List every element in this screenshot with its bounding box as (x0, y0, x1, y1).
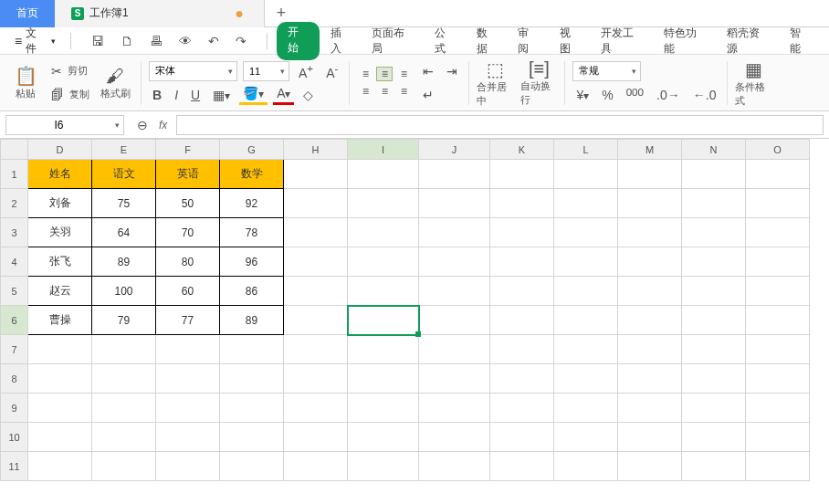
cell[interactable]: 刘备 (28, 189, 92, 218)
cell[interactable] (490, 306, 554, 335)
fx-icon[interactable]: fx (159, 119, 167, 131)
workbook-tab[interactable]: S 工作簿1 ● (55, 0, 265, 27)
cell[interactable]: 77 (156, 306, 220, 335)
cell[interactable] (419, 335, 490, 364)
cell[interactable] (490, 452, 554, 481)
cell[interactable]: 89 (92, 247, 156, 277)
cell[interactable] (618, 189, 682, 218)
auto-wrap-button[interactable]: [≡] 自动换行 (520, 59, 557, 107)
cell[interactable] (682, 364, 746, 394)
cell[interactable] (682, 218, 746, 247)
ribbon-tab-9[interactable]: 稻壳资源 (718, 22, 779, 60)
cell[interactable] (490, 277, 554, 306)
cell[interactable] (419, 423, 490, 452)
cell[interactable] (156, 364, 220, 394)
home-tab[interactable]: 首页 (0, 0, 55, 27)
row-header[interactable]: 3 (1, 218, 28, 247)
cell[interactable] (28, 335, 92, 364)
comma-button[interactable]: 000 (623, 84, 647, 106)
redo-icon[interactable]: ↷ (232, 32, 250, 50)
cell[interactable] (554, 218, 618, 247)
cell[interactable] (682, 452, 746, 481)
cell[interactable] (554, 189, 618, 218)
percent-button[interactable]: % (598, 86, 616, 104)
cell[interactable] (419, 189, 490, 218)
cell[interactable] (618, 160, 682, 189)
cell[interactable] (490, 160, 554, 189)
conditional-format-button[interactable]: ▦ 条件格式 (735, 59, 771, 107)
cell[interactable] (746, 218, 810, 247)
ribbon-tab-4[interactable]: 数据 (467, 22, 507, 60)
cell[interactable] (348, 423, 419, 452)
underline-button[interactable]: U (187, 86, 204, 104)
row-header[interactable]: 6 (1, 306, 28, 335)
name-box[interactable]: ▾ (5, 115, 124, 135)
font-name-combo[interactable]: ▾ (149, 61, 237, 81)
cell[interactable]: 78 (220, 218, 284, 247)
column-header[interactable]: J (419, 140, 490, 160)
row-header[interactable]: 10 (1, 423, 28, 452)
formula-input[interactable] (176, 115, 824, 135)
cell[interactable] (28, 394, 92, 423)
cell[interactable] (682, 423, 746, 452)
cell[interactable]: 张飞 (28, 247, 92, 277)
ribbon-tab-1[interactable]: 插入 (321, 22, 361, 60)
cell[interactable] (490, 394, 554, 423)
chevron-down-icon[interactable]: ▾ (225, 67, 236, 76)
column-header[interactable]: N (682, 140, 746, 160)
cell[interactable] (419, 160, 490, 189)
merge-center-button[interactable]: ⬚ 合并居中 (477, 59, 513, 107)
cell[interactable] (284, 218, 348, 247)
cell[interactable] (419, 364, 490, 394)
cell[interactable] (746, 364, 810, 394)
cell[interactable] (746, 277, 810, 306)
cell[interactable] (284, 423, 348, 452)
cell[interactable]: 64 (92, 218, 156, 247)
cell[interactable]: 赵云 (28, 277, 92, 306)
undo-icon[interactable]: ↶ (205, 32, 223, 50)
cell[interactable] (284, 247, 348, 277)
cell[interactable] (490, 189, 554, 218)
cell[interactable] (348, 394, 419, 423)
cell[interactable] (618, 335, 682, 364)
cell[interactable] (92, 423, 156, 452)
cell[interactable]: 关羽 (28, 218, 92, 247)
row-header[interactable]: 1 (1, 160, 28, 189)
cell[interactable] (682, 335, 746, 364)
italic-button[interactable]: I (171, 86, 182, 104)
column-header[interactable]: G (220, 140, 284, 160)
cell[interactable] (348, 160, 419, 189)
currency-button[interactable]: ¥▾ (572, 86, 593, 104)
column-header[interactable]: M (618, 140, 682, 160)
column-header[interactable]: E (92, 140, 156, 160)
cell[interactable]: 70 (156, 218, 220, 247)
row-header[interactable]: 7 (1, 335, 28, 364)
cell[interactable] (490, 423, 554, 452)
print-icon[interactable]: 🖶 (146, 32, 166, 50)
file-menu-button[interactable]: ≡ 文件 ▾ (9, 26, 61, 57)
row-header[interactable]: 2 (1, 189, 28, 218)
cell[interactable]: 80 (156, 247, 220, 277)
cell[interactable] (28, 452, 92, 481)
cell[interactable] (682, 394, 746, 423)
ribbon-tab-10[interactable]: 智能 (781, 22, 820, 60)
cell[interactable] (92, 452, 156, 481)
number-format-input[interactable] (573, 66, 628, 77)
cell[interactable] (490, 218, 554, 247)
cell[interactable]: 89 (220, 306, 284, 335)
cell[interactable] (746, 189, 810, 218)
font-color-button[interactable]: A▾ (273, 84, 294, 105)
ribbon-tab-5[interactable]: 审阅 (509, 22, 548, 60)
border-button[interactable]: ▦▾ (209, 86, 234, 104)
increase-decimal-button[interactable]: .0→ (653, 86, 684, 104)
row-header[interactable]: 8 (1, 364, 28, 394)
cell[interactable]: 100 (92, 277, 156, 306)
cell[interactable] (618, 394, 682, 423)
cell[interactable] (92, 394, 156, 423)
cell[interactable] (284, 364, 348, 394)
cell[interactable] (28, 423, 92, 452)
cell[interactable] (284, 160, 348, 189)
ribbon-tab-3[interactable]: 公式 (425, 22, 465, 60)
ribbon-tab-7[interactable]: 开发工具 (592, 22, 653, 60)
cell[interactable] (746, 160, 810, 189)
